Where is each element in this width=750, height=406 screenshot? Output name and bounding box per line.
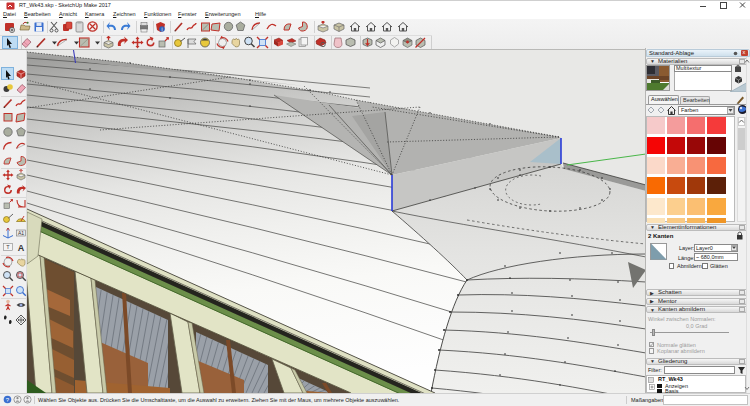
svg-text:A1: A1 (18, 230, 24, 236)
svg-text:A: A (18, 243, 25, 253)
svg-text:i: i (162, 27, 163, 32)
